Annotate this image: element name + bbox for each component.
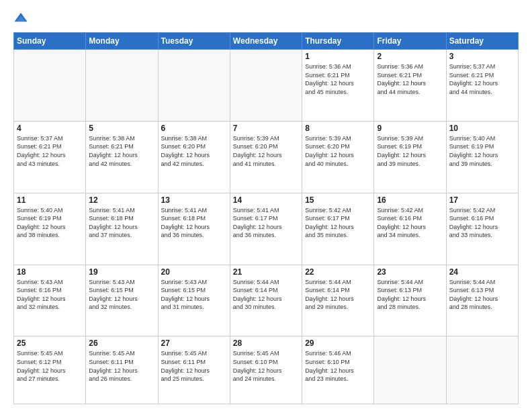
day-info: Sunrise: 5:42 AM Sunset: 6:17 PM Dayligh… — [305, 206, 371, 240]
calendar-cell — [374, 336, 446, 404]
header — [13, 11, 519, 26]
calendar-cell: 26Sunrise: 5:45 AM Sunset: 6:11 PM Dayli… — [86, 336, 158, 404]
calendar-cell: 4Sunrise: 5:37 AM Sunset: 6:21 PM Daylig… — [14, 121, 86, 193]
calendar-cell: 18Sunrise: 5:43 AM Sunset: 6:16 PM Dayli… — [14, 265, 86, 336]
day-number: 24 — [449, 267, 515, 277]
calendar-cell: 29Sunrise: 5:46 AM Sunset: 6:10 PM Dayli… — [302, 336, 374, 404]
day-info: Sunrise: 5:45 AM Sunset: 6:11 PM Dayligh… — [89, 349, 154, 383]
calendar-cell: 13Sunrise: 5:41 AM Sunset: 6:18 PM Dayli… — [158, 193, 230, 265]
week-row-3: 18Sunrise: 5:43 AM Sunset: 6:16 PM Dayli… — [14, 265, 519, 336]
day-info: Sunrise: 5:38 AM Sunset: 6:20 PM Dayligh… — [161, 134, 227, 168]
day-number: 25 — [17, 338, 83, 348]
calendar-cell: 24Sunrise: 5:44 AM Sunset: 6:13 PM Dayli… — [446, 265, 518, 336]
calendar-cell — [446, 336, 518, 404]
weekday-header-wednesday: Wednesday — [230, 33, 302, 50]
week-row-4: 25Sunrise: 5:45 AM Sunset: 6:12 PM Dayli… — [14, 336, 519, 404]
calendar-cell — [158, 50, 230, 122]
week-row-1: 4Sunrise: 5:37 AM Sunset: 6:21 PM Daylig… — [14, 121, 519, 193]
calendar-cell: 8Sunrise: 5:39 AM Sunset: 6:20 PM Daylig… — [302, 121, 374, 193]
calendar-cell: 22Sunrise: 5:44 AM Sunset: 6:14 PM Dayli… — [302, 265, 374, 336]
calendar-cell: 7Sunrise: 5:39 AM Sunset: 6:20 PM Daylig… — [230, 121, 302, 193]
day-number: 6 — [161, 124, 227, 133]
logo-icon — [13, 11, 28, 26]
weekday-header-saturday: Saturday — [446, 33, 518, 50]
day-info: Sunrise: 5:44 AM Sunset: 6:14 PM Dayligh… — [305, 278, 371, 312]
day-info: Sunrise: 5:39 AM Sunset: 6:20 PM Dayligh… — [233, 134, 299, 168]
day-info: Sunrise: 5:43 AM Sunset: 6:15 PM Dayligh… — [89, 278, 154, 312]
day-number: 3 — [449, 52, 515, 61]
day-number: 2 — [377, 52, 443, 61]
day-info: Sunrise: 5:39 AM Sunset: 6:19 PM Dayligh… — [377, 134, 443, 168]
calendar-cell: 21Sunrise: 5:44 AM Sunset: 6:14 PM Dayli… — [230, 265, 302, 336]
day-number: 14 — [233, 195, 299, 205]
day-number: 7 — [233, 124, 299, 133]
day-number: 9 — [377, 124, 443, 133]
day-info: Sunrise: 5:40 AM Sunset: 6:19 PM Dayligh… — [17, 206, 83, 240]
weekday-header-row: SundayMondayTuesdayWednesdayThursdayFrid… — [14, 33, 519, 50]
day-number: 22 — [305, 267, 371, 277]
day-number: 4 — [17, 124, 83, 133]
day-number: 19 — [89, 267, 154, 277]
calendar-cell: 5Sunrise: 5:38 AM Sunset: 6:21 PM Daylig… — [86, 121, 158, 193]
weekday-header-thursday: Thursday — [302, 33, 374, 50]
day-number: 28 — [233, 338, 299, 348]
calendar-cell — [230, 50, 302, 122]
day-info: Sunrise: 5:42 AM Sunset: 6:16 PM Dayligh… — [377, 206, 443, 240]
day-number: 18 — [17, 267, 83, 277]
day-info: Sunrise: 5:36 AM Sunset: 6:21 PM Dayligh… — [377, 62, 443, 96]
day-number: 1 — [305, 52, 371, 61]
calendar-table: SundayMondayTuesdayWednesdayThursdayFrid… — [13, 32, 519, 404]
day-info: Sunrise: 5:39 AM Sunset: 6:20 PM Dayligh… — [305, 134, 371, 168]
day-number: 17 — [449, 195, 515, 205]
day-number: 16 — [377, 195, 443, 205]
day-info: Sunrise: 5:44 AM Sunset: 6:13 PM Dayligh… — [449, 278, 515, 312]
calendar-cell: 25Sunrise: 5:45 AM Sunset: 6:12 PM Dayli… — [14, 336, 86, 404]
calendar-cell: 19Sunrise: 5:43 AM Sunset: 6:15 PM Dayli… — [86, 265, 158, 336]
day-number: 10 — [449, 124, 515, 133]
page: SundayMondayTuesdayWednesdayThursdayFrid… — [0, 0, 532, 411]
day-number: 13 — [161, 195, 227, 205]
day-number: 5 — [89, 124, 154, 133]
calendar-cell: 15Sunrise: 5:42 AM Sunset: 6:17 PM Dayli… — [302, 193, 374, 265]
day-info: Sunrise: 5:41 AM Sunset: 6:18 PM Dayligh… — [89, 206, 154, 240]
day-info: Sunrise: 5:37 AM Sunset: 6:21 PM Dayligh… — [17, 134, 83, 168]
day-info: Sunrise: 5:38 AM Sunset: 6:21 PM Dayligh… — [89, 134, 154, 168]
calendar-cell — [14, 50, 86, 122]
calendar-cell: 12Sunrise: 5:41 AM Sunset: 6:18 PM Dayli… — [86, 193, 158, 265]
day-number: 27 — [161, 338, 227, 348]
day-number: 8 — [305, 124, 371, 133]
logo — [13, 11, 31, 26]
calendar-cell — [86, 50, 158, 122]
day-info: Sunrise: 5:43 AM Sunset: 6:16 PM Dayligh… — [17, 278, 83, 312]
calendar-cell: 27Sunrise: 5:45 AM Sunset: 6:11 PM Dayli… — [158, 336, 230, 404]
calendar-cell: 16Sunrise: 5:42 AM Sunset: 6:16 PM Dayli… — [374, 193, 446, 265]
calendar-cell: 28Sunrise: 5:45 AM Sunset: 6:10 PM Dayli… — [230, 336, 302, 404]
weekday-header-sunday: Sunday — [14, 33, 86, 50]
day-info: Sunrise: 5:45 AM Sunset: 6:12 PM Dayligh… — [17, 349, 83, 383]
weekday-header-tuesday: Tuesday — [158, 33, 230, 50]
calendar-cell: 23Sunrise: 5:44 AM Sunset: 6:13 PM Dayli… — [374, 265, 446, 336]
weekday-header-friday: Friday — [374, 33, 446, 50]
calendar-cell: 9Sunrise: 5:39 AM Sunset: 6:19 PM Daylig… — [374, 121, 446, 193]
day-number: 11 — [17, 195, 83, 205]
day-info: Sunrise: 5:45 AM Sunset: 6:10 PM Dayligh… — [233, 349, 299, 383]
calendar-cell: 1Sunrise: 5:36 AM Sunset: 6:21 PM Daylig… — [302, 50, 374, 122]
day-number: 23 — [377, 267, 443, 277]
calendar-cell: 20Sunrise: 5:43 AM Sunset: 6:15 PM Dayli… — [158, 265, 230, 336]
day-info: Sunrise: 5:45 AM Sunset: 6:11 PM Dayligh… — [161, 349, 227, 383]
day-info: Sunrise: 5:44 AM Sunset: 6:14 PM Dayligh… — [233, 278, 299, 312]
day-info: Sunrise: 5:41 AM Sunset: 6:18 PM Dayligh… — [161, 206, 227, 240]
day-number: 26 — [89, 338, 154, 348]
day-info: Sunrise: 5:46 AM Sunset: 6:10 PM Dayligh… — [305, 349, 371, 383]
calendar-cell: 3Sunrise: 5:37 AM Sunset: 6:21 PM Daylig… — [446, 50, 518, 122]
week-row-0: 1Sunrise: 5:36 AM Sunset: 6:21 PM Daylig… — [14, 50, 519, 122]
calendar-cell: 2Sunrise: 5:36 AM Sunset: 6:21 PM Daylig… — [374, 50, 446, 122]
calendar-cell: 6Sunrise: 5:38 AM Sunset: 6:20 PM Daylig… — [158, 121, 230, 193]
calendar-cell: 10Sunrise: 5:40 AM Sunset: 6:19 PM Dayli… — [446, 121, 518, 193]
day-info: Sunrise: 5:40 AM Sunset: 6:19 PM Dayligh… — [449, 134, 515, 168]
day-info: Sunrise: 5:37 AM Sunset: 6:21 PM Dayligh… — [449, 62, 515, 96]
day-info: Sunrise: 5:44 AM Sunset: 6:13 PM Dayligh… — [377, 278, 443, 312]
calendar-cell: 17Sunrise: 5:42 AM Sunset: 6:16 PM Dayli… — [446, 193, 518, 265]
weekday-header-monday: Monday — [86, 33, 158, 50]
day-info: Sunrise: 5:43 AM Sunset: 6:15 PM Dayligh… — [161, 278, 227, 312]
